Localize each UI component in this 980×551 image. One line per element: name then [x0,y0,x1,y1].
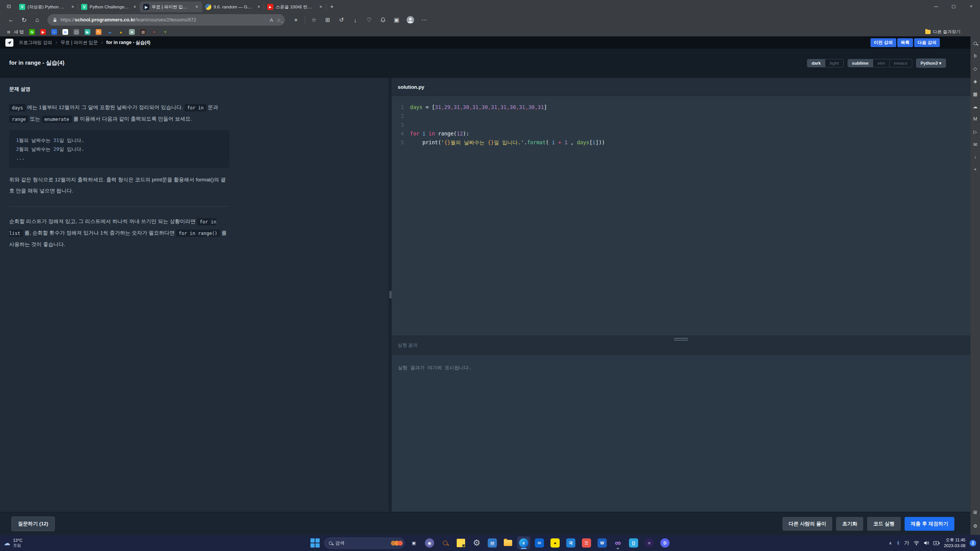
apps-icon[interactable]: ⊞ [972,508,979,516]
whale-bookmark[interactable]: ◗ [49,28,59,36]
history-icon[interactable]: ↺ [336,14,347,26]
browser-tab[interactable]: VPython Challenge 2일차 TIL× [78,2,140,12]
chatgpt-bookmark[interactable]: ∗ [127,28,137,36]
magnifier-app-icon[interactable] [439,536,452,549]
theme-light-button[interactable]: light [825,59,843,67]
battery-icon[interactable] [933,541,940,545]
splitter-grip[interactable] [389,291,392,298]
downloads-icon[interactable]: ↓ [350,14,361,26]
tools-icon[interactable]: ◈ [972,77,979,85]
browser-essentials-icon[interactable]: ♡ [363,14,375,26]
language-dropdown[interactable]: Python3 ▾ [916,59,946,68]
result-resize-grip[interactable] [674,338,688,341]
task-manager-icon[interactable]: ▤ [486,536,499,549]
keymap-emacs-button[interactable]: emacs [890,59,912,67]
image-creator-icon[interactable]: ▦ [972,90,979,98]
code-line[interactable]: 2 [392,112,970,121]
add-sidebar-icon[interactable]: + [972,166,979,173]
refresh-icon[interactable]: ↻ [18,14,30,26]
browser-tab[interactable]: ▶무료 | 파이썬 입문 - for in range× [140,2,202,12]
tab-close-icon[interactable]: × [132,4,138,10]
collections-icon[interactable]: ⊞ [322,14,333,26]
other-favorites-button[interactable]: 다른 즐겨찾기 [923,28,962,36]
ask-question-button[interactable]: 질문하기 (12) [11,517,55,531]
browser-tab[interactable]: V(작성중) Python Challenge 3일차× [16,2,78,12]
taskbar-clock[interactable]: 오후 11:45 2023-03-08 [944,537,965,549]
code-editor[interactable]: 1days = [31,29,31,30,31,30,31,31,30,31,3… [392,96,970,336]
run-code-button[interactable]: 코드 실행 [867,517,901,531]
sidebar-settings-icon[interactable]: ⚙ [972,522,979,530]
taskbar-search[interactable]: 검색 [324,538,405,549]
browser-tab[interactable]: 9.6. random — Generate pseudo× [202,2,264,12]
gdrive-bookmark[interactable]: ▲ [116,28,126,36]
minimize-button[interactable]: — [927,0,945,12]
video-bookmark[interactable]: ▶ [83,28,92,36]
panel-splitter[interactable] [389,78,392,512]
notification-count-badge[interactable]: 2 [970,540,976,546]
sidebar-search-icon[interactable] [972,39,979,47]
code-line[interactable]: 1days = [31,29,31,30,31,30,31,31,30,31,3… [392,103,970,112]
task-view-icon[interactable]: ▣ [407,536,420,549]
bluetooth-icon[interactable] [896,540,900,546]
roblox-bookmark[interactable]: ▢ [72,28,81,36]
reset-code-button[interactable]: 초기화 [836,517,863,531]
back-icon[interactable]: ← [5,14,17,26]
tab-close-icon[interactable]: × [194,4,200,10]
drop-icon[interactable]: ↓ [972,153,979,161]
home-icon[interactable]: ⌂ [31,14,43,26]
hancom-icon[interactable]: ☰ [580,536,593,549]
lock-icon[interactable] [53,18,57,23]
other-solutions-button[interactable]: 다른 사람의 풀이 [782,517,832,531]
tab-close-icon[interactable]: × [256,4,262,10]
extensions-icon[interactable]: ⋄ [290,14,302,26]
dictionary-icon[interactable]: 국 [564,536,577,549]
discover-icon[interactable]: b [972,52,979,60]
outlook-icon[interactable]: ✉ [972,140,979,148]
next-lesson-button[interactable]: 다음 강의 [914,38,940,47]
ime-indicator[interactable]: 가 [904,540,909,546]
prev-lesson-button[interactable]: 이전 강의 [871,38,896,47]
maximize-button[interactable]: ▢ [945,0,962,12]
visual-studio-icon[interactable]: ∞ [611,536,624,549]
keymap-sublime-button[interactable]: sublime [848,59,873,67]
submit-button[interactable]: 제출 후 채점하기 [905,517,954,531]
tab-actions-button[interactable]: ⊡ [3,1,15,11]
pencil-bookmark[interactable]: ✎ [94,28,103,36]
google-bookmark[interactable]: G [60,28,70,36]
tab-close-icon[interactable]: × [318,4,324,10]
teams-chat-icon[interactable]: ◉ [423,536,436,549]
y-bookmark[interactable]: Y [160,28,170,36]
discord-icon[interactable]: D [658,536,671,549]
new-tab-bookmark[interactable]: ⊡새 탭 [4,28,26,36]
weather-widget[interactable]: ☁ 13°C 흐림 [4,538,23,548]
read-aloud-icon[interactable]: A [270,17,273,23]
start-button[interactable] [309,536,322,549]
address-bar[interactable]: https://school.programmers.co.kr/learn/c… [47,14,285,26]
browser-tab[interactable]: ▶스폰을 100배 찐막 - YouTube× [264,2,326,12]
shopping-icon[interactable]: ◇ [972,65,979,72]
cloud-icon[interactable]: ☁ [972,103,979,110]
new-tab-button[interactable]: + [327,1,337,11]
favorites-icon[interactable]: ☆ [308,14,320,26]
tray-chevron-icon[interactable]: ∧ [889,541,892,546]
breadcrumb-lesson-group[interactable]: 무료 | 파이썬 입문 [60,39,98,46]
file-explorer-icon[interactable] [501,536,514,549]
lesson-list-button[interactable]: 목록 [897,38,913,47]
web-capture-icon[interactable]: ▣ [391,14,402,26]
tab-close-icon[interactable]: × [70,4,76,10]
code-line[interactable]: 3 [392,121,970,129]
add-favorite-icon[interactable]: ☆ [276,17,281,23]
volume-icon[interactable] [924,541,929,545]
chart-bookmark[interactable]: ≡ [149,28,159,36]
youtube-bookmark[interactable]: ▶ [38,28,48,36]
bracket-app-icon[interactable]: [] [627,536,640,549]
emblem-bookmark[interactable]: ▥ [138,28,148,36]
edge-icon[interactable]: e [517,536,530,549]
keymap-vim-button[interactable]: vim [873,59,890,67]
microsoft365-icon[interactable]: M [972,115,979,123]
profile-avatar[interactable] [405,14,416,26]
mail-icon[interactable]: ✉ [533,536,546,549]
onedrive-bookmark[interactable]: ☁ [105,28,114,36]
code-line[interactable]: 5 print('{}월의 날짜수는 {}일 입니다.'.format( i +… [392,138,970,147]
settings-app-icon[interactable]: ⚙ [470,536,483,549]
